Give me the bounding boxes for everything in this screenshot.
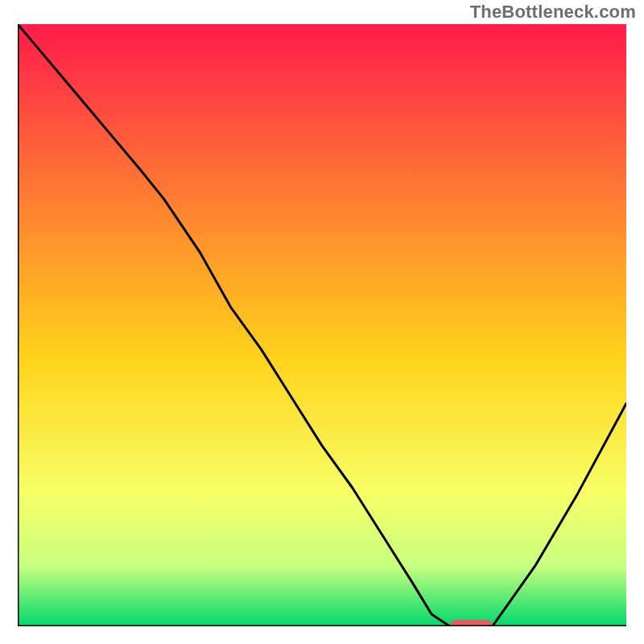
chart-container: TheBottleneck.com [0,0,644,644]
plot-area [18,24,626,626]
chart-svg [18,24,626,626]
watermark-text: TheBottleneck.com [470,2,636,23]
gradient-background [18,24,626,626]
